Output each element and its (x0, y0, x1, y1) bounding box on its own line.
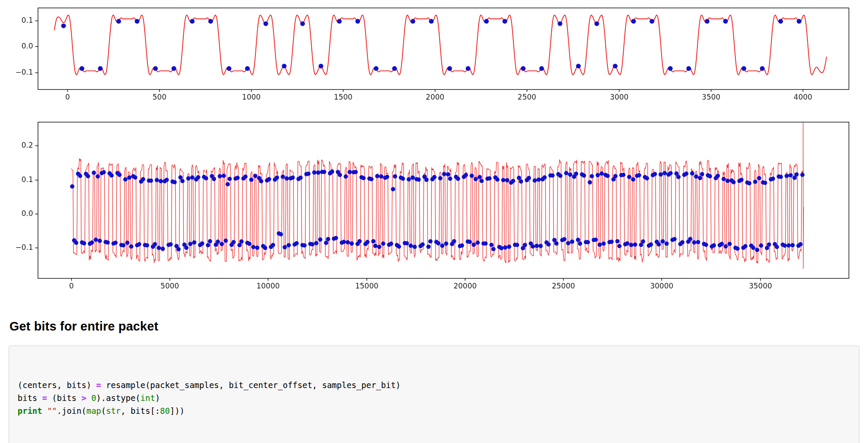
notebook-page: Get bits for entire packet (centers, bit… (0, 0, 868, 443)
plot-full (9, 118, 851, 294)
code-cell[interactable]: (centers, bits) = resample(packet_sample… (9, 346, 859, 443)
code-line: print "".join(map(str, bits[:80])) (18, 404, 850, 417)
code-line: (centers, bits) = resample(packet_sample… (18, 379, 850, 391)
code-lines: (centers, bits) = resample(packet_sample… (18, 379, 850, 417)
section-heading: Get bits for entire packet (9, 319, 859, 334)
plot-zoomed (9, 4, 851, 107)
code-line: bits = (bits > 0).astype(int) (18, 391, 850, 404)
